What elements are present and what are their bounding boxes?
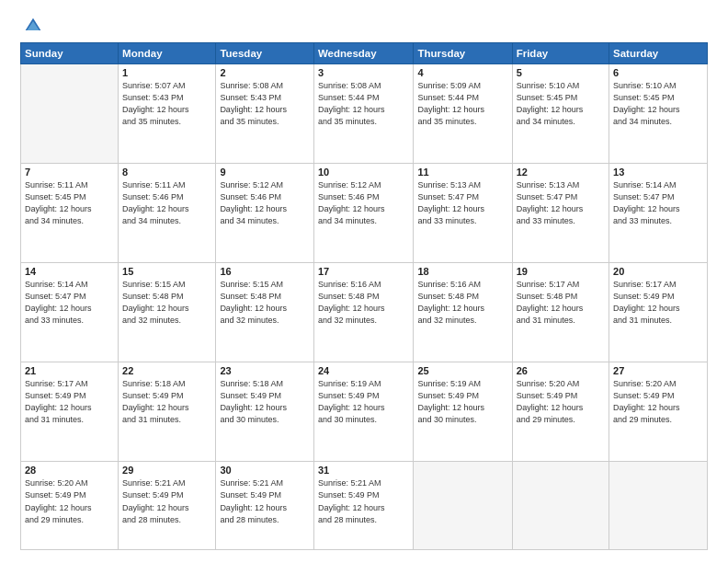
day-number: 6	[613, 67, 703, 78]
week-row-1: 1Sunrise: 5:07 AM Sunset: 5:43 PM Daylig…	[21, 64, 708, 164]
day-number: 28	[25, 465, 114, 476]
day-number: 16	[220, 266, 310, 277]
day-number: 7	[25, 167, 114, 178]
calendar-cell: 26Sunrise: 5:20 AM Sunset: 5:49 PM Dayli…	[512, 362, 609, 462]
calendar-table: SundayMondayTuesdayWednesdayThursdayFrid…	[20, 42, 708, 550]
col-header-wednesday: Wednesday	[313, 43, 414, 64]
day-info: Sunrise: 5:14 AM Sunset: 5:47 PM Dayligh…	[25, 279, 114, 327]
calendar-cell: 1Sunrise: 5:07 AM Sunset: 5:43 PM Daylig…	[119, 64, 216, 164]
day-info: Sunrise: 5:17 AM Sunset: 5:49 PM Dayligh…	[25, 378, 114, 426]
calendar-cell: 10Sunrise: 5:12 AM Sunset: 5:46 PM Dayli…	[313, 164, 414, 263]
day-info: Sunrise: 5:13 AM Sunset: 5:47 PM Dayligh…	[517, 179, 605, 227]
day-info: Sunrise: 5:09 AM Sunset: 5:44 PM Dayligh…	[417, 80, 507, 128]
day-info: Sunrise: 5:11 AM Sunset: 5:46 PM Dayligh…	[122, 179, 211, 227]
calendar-cell: 21Sunrise: 5:17 AM Sunset: 5:49 PM Dayli…	[21, 362, 119, 462]
day-info: Sunrise: 5:20 AM Sunset: 5:49 PM Dayligh…	[25, 477, 114, 525]
day-info: Sunrise: 5:19 AM Sunset: 5:49 PM Dayligh…	[417, 378, 507, 426]
week-row-4: 21Sunrise: 5:17 AM Sunset: 5:49 PM Dayli…	[21, 362, 708, 462]
day-number: 22	[122, 365, 211, 376]
calendar-cell: 6Sunrise: 5:10 AM Sunset: 5:45 PM Daylig…	[609, 64, 708, 164]
day-number: 30	[220, 465, 310, 476]
calendar-cell: 16Sunrise: 5:15 AM Sunset: 5:48 PM Dayli…	[216, 263, 314, 362]
day-info: Sunrise: 5:10 AM Sunset: 5:45 PM Dayligh…	[517, 80, 605, 128]
day-number: 19	[517, 266, 605, 277]
day-info: Sunrise: 5:07 AM Sunset: 5:43 PM Dayligh…	[122, 80, 211, 128]
day-info: Sunrise: 5:17 AM Sunset: 5:48 PM Dayligh…	[517, 279, 605, 327]
col-header-monday: Monday	[119, 43, 216, 64]
day-number: 15	[122, 266, 211, 277]
day-number: 3	[318, 67, 410, 78]
day-number: 9	[220, 167, 310, 178]
calendar-cell: 4Sunrise: 5:09 AM Sunset: 5:44 PM Daylig…	[414, 64, 512, 164]
calendar-cell: 3Sunrise: 5:08 AM Sunset: 5:44 PM Daylig…	[313, 64, 414, 164]
day-info: Sunrise: 5:08 AM Sunset: 5:43 PM Dayligh…	[220, 80, 310, 128]
calendar-cell: 20Sunrise: 5:17 AM Sunset: 5:49 PM Dayli…	[609, 263, 708, 362]
day-info: Sunrise: 5:14 AM Sunset: 5:47 PM Dayligh…	[613, 179, 703, 227]
day-info: Sunrise: 5:18 AM Sunset: 5:49 PM Dayligh…	[122, 378, 211, 426]
col-header-thursday: Thursday	[414, 43, 512, 64]
day-info: Sunrise: 5:12 AM Sunset: 5:46 PM Dayligh…	[318, 179, 410, 227]
day-number: 1	[122, 67, 211, 78]
day-info: Sunrise: 5:21 AM Sunset: 5:49 PM Dayligh…	[318, 477, 410, 525]
day-number: 21	[25, 365, 114, 376]
day-number: 17	[318, 266, 410, 277]
calendar-cell: 22Sunrise: 5:18 AM Sunset: 5:49 PM Dayli…	[119, 362, 216, 462]
day-info: Sunrise: 5:11 AM Sunset: 5:45 PM Dayligh…	[25, 179, 114, 227]
page: SundayMondayTuesdayWednesdayThursdayFrid…	[0, 0, 728, 563]
header	[20, 17, 708, 35]
calendar-cell: 28Sunrise: 5:20 AM Sunset: 5:49 PM Dayli…	[21, 462, 119, 550]
day-number: 20	[613, 266, 703, 277]
day-number: 11	[417, 167, 507, 178]
day-info: Sunrise: 5:20 AM Sunset: 5:49 PM Dayligh…	[517, 378, 605, 426]
day-number: 12	[517, 167, 605, 178]
calendar-cell: 2Sunrise: 5:08 AM Sunset: 5:43 PM Daylig…	[216, 64, 314, 164]
calendar-cell: 18Sunrise: 5:16 AM Sunset: 5:48 PM Dayli…	[414, 263, 512, 362]
day-info: Sunrise: 5:20 AM Sunset: 5:49 PM Dayligh…	[613, 378, 703, 426]
logo	[20, 17, 42, 35]
day-info: Sunrise: 5:15 AM Sunset: 5:48 PM Dayligh…	[220, 279, 310, 327]
calendar-cell: 31Sunrise: 5:21 AM Sunset: 5:49 PM Dayli…	[313, 462, 414, 550]
day-number: 2	[220, 67, 310, 78]
day-number: 4	[417, 67, 507, 78]
header-row: SundayMondayTuesdayWednesdayThursdayFrid…	[21, 43, 708, 64]
calendar-cell: 29Sunrise: 5:21 AM Sunset: 5:49 PM Dayli…	[119, 462, 216, 550]
calendar-cell: 27Sunrise: 5:20 AM Sunset: 5:49 PM Dayli…	[609, 362, 708, 462]
day-number: 18	[417, 266, 507, 277]
week-row-5: 28Sunrise: 5:20 AM Sunset: 5:49 PM Dayli…	[21, 462, 708, 550]
day-info: Sunrise: 5:21 AM Sunset: 5:49 PM Dayligh…	[220, 477, 310, 525]
day-number: 29	[122, 465, 211, 476]
calendar-cell: 11Sunrise: 5:13 AM Sunset: 5:47 PM Dayli…	[414, 164, 512, 263]
day-info: Sunrise: 5:16 AM Sunset: 5:48 PM Dayligh…	[318, 279, 410, 327]
day-info: Sunrise: 5:12 AM Sunset: 5:46 PM Dayligh…	[220, 179, 310, 227]
day-number: 5	[517, 67, 605, 78]
day-number: 26	[517, 365, 605, 376]
calendar-cell	[512, 462, 609, 550]
week-row-2: 7Sunrise: 5:11 AM Sunset: 5:45 PM Daylig…	[21, 164, 708, 263]
calendar-cell: 24Sunrise: 5:19 AM Sunset: 5:49 PM Dayli…	[313, 362, 414, 462]
calendar-cell: 14Sunrise: 5:14 AM Sunset: 5:47 PM Dayli…	[21, 263, 119, 362]
day-info: Sunrise: 5:13 AM Sunset: 5:47 PM Dayligh…	[417, 179, 507, 227]
day-info: Sunrise: 5:10 AM Sunset: 5:45 PM Dayligh…	[613, 80, 703, 128]
day-number: 10	[318, 167, 410, 178]
calendar-cell: 9Sunrise: 5:12 AM Sunset: 5:46 PM Daylig…	[216, 164, 314, 263]
day-info: Sunrise: 5:17 AM Sunset: 5:49 PM Dayligh…	[613, 279, 703, 327]
logo-icon	[24, 17, 42, 35]
calendar-cell: 30Sunrise: 5:21 AM Sunset: 5:49 PM Dayli…	[216, 462, 314, 550]
calendar-cell	[414, 462, 512, 550]
day-info: Sunrise: 5:18 AM Sunset: 5:49 PM Dayligh…	[220, 378, 310, 426]
week-row-3: 14Sunrise: 5:14 AM Sunset: 5:47 PM Dayli…	[21, 263, 708, 362]
calendar-cell: 23Sunrise: 5:18 AM Sunset: 5:49 PM Dayli…	[216, 362, 314, 462]
calendar-cell: 7Sunrise: 5:11 AM Sunset: 5:45 PM Daylig…	[21, 164, 119, 263]
col-header-friday: Friday	[512, 43, 609, 64]
day-number: 8	[122, 167, 211, 178]
calendar-cell	[21, 64, 119, 164]
day-info: Sunrise: 5:21 AM Sunset: 5:49 PM Dayligh…	[122, 477, 211, 525]
calendar-cell: 15Sunrise: 5:15 AM Sunset: 5:48 PM Dayli…	[119, 263, 216, 362]
day-number: 14	[25, 266, 114, 277]
calendar-cell: 13Sunrise: 5:14 AM Sunset: 5:47 PM Dayli…	[609, 164, 708, 263]
day-number: 13	[613, 167, 703, 178]
day-number: 27	[613, 365, 703, 376]
day-number: 31	[318, 465, 410, 476]
col-header-tuesday: Tuesday	[216, 43, 314, 64]
day-number: 23	[220, 365, 310, 376]
